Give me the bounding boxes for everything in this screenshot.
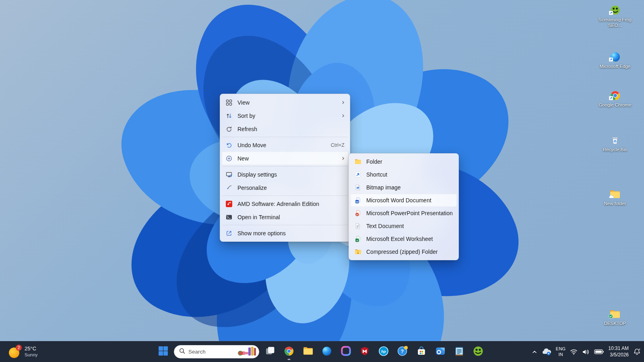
hp-icon: hp bbox=[378, 346, 389, 358]
copilot-taskbar-button[interactable] bbox=[338, 344, 354, 360]
personalize-icon bbox=[225, 184, 233, 191]
sort-icon bbox=[225, 112, 233, 119]
screaming-frog-taskbar-button[interactable] bbox=[470, 344, 486, 360]
volume-icon[interactable] bbox=[582, 349, 590, 355]
menu-item-new[interactable]: New › bbox=[222, 152, 348, 165]
start-button[interactable] bbox=[155, 344, 171, 360]
outlook-taskbar-button[interactable] bbox=[432, 344, 448, 360]
weather-widget[interactable]: 2 25°C Sunny bbox=[6, 341, 41, 362]
desktop-icon-label: New folder bbox=[604, 201, 626, 206]
edge-taskbar-button[interactable] bbox=[319, 344, 335, 360]
hp-taskbar-button[interactable]: hp bbox=[376, 344, 392, 360]
desktop-icon-desktop-folder[interactable]: DESKTOP bbox=[598, 309, 632, 326]
microsoft-store-icon bbox=[416, 346, 427, 358]
menu-item-personalize[interactable]: Personalize bbox=[222, 181, 348, 194]
onedrive-cloud-badge bbox=[609, 193, 614, 200]
screaming-frog-shortcut-icon bbox=[610, 5, 621, 16]
excel-icon: X bbox=[354, 235, 361, 243]
weather-condition: Sunny bbox=[25, 352, 38, 358]
folder-icon bbox=[354, 158, 361, 165]
menu-item-label: Sort by bbox=[237, 113, 339, 119]
refresh-icon bbox=[225, 125, 233, 133]
clock[interactable]: 10:31 AM 3/5/2026 bbox=[608, 346, 629, 358]
shortcut-hint: Ctrl+Z bbox=[331, 142, 345, 148]
submenu-item-label: Compressed (zipped) Folder bbox=[366, 249, 453, 255]
menu-item-show-more-options[interactable]: Show more options bbox=[222, 226, 348, 240]
file-explorer-button[interactable] bbox=[300, 344, 316, 360]
powerpoint-icon: P bbox=[354, 210, 361, 217]
menu-separator bbox=[222, 195, 348, 196]
submenu-item-text-document[interactable]: Text Document bbox=[351, 220, 457, 232]
search-icon bbox=[179, 348, 185, 356]
task-view-button[interactable] bbox=[262, 344, 278, 360]
undo-icon bbox=[225, 142, 233, 149]
shortcut-icon bbox=[354, 171, 361, 178]
desktop-icon-screaming-frog[interactable]: Screaming Frog SEO... bbox=[598, 5, 632, 29]
notification-bell-dnd-icon[interactable]: z bbox=[633, 348, 641, 356]
submenu-item-shortcut[interactable]: Shortcut bbox=[351, 168, 457, 181]
edge-shortcut-icon bbox=[610, 51, 621, 62]
notepad-icon bbox=[454, 346, 464, 358]
menu-item-label: Open in Terminal bbox=[237, 214, 345, 220]
word-icon: W bbox=[354, 197, 361, 204]
show-more-options-icon bbox=[225, 230, 233, 237]
chevron-right-icon: › bbox=[342, 112, 345, 119]
shortcut-arrow-badge bbox=[609, 56, 613, 63]
submenu-item-label: Folder bbox=[366, 158, 453, 165]
battery-icon[interactable] bbox=[594, 349, 604, 354]
microsoft-store-taskbar-button[interactable] bbox=[413, 344, 429, 360]
language-indicator[interactable]: ENG IN bbox=[556, 346, 566, 358]
menu-item-display-settings[interactable]: Display settings bbox=[222, 168, 348, 181]
outlook-icon bbox=[435, 346, 446, 358]
submenu-item-compressed-folder[interactable]: Compressed (zipped) Folder bbox=[351, 245, 457, 258]
windows-logo-icon bbox=[158, 346, 168, 358]
menu-separator bbox=[222, 225, 348, 225]
wifi-icon[interactable] bbox=[570, 349, 578, 355]
screaming-frog-icon bbox=[473, 346, 483, 358]
tray-time: 10:31 AM bbox=[608, 346, 629, 352]
desktop-icon-microsoft-edge[interactable]: Microsoft Edge bbox=[598, 51, 632, 69]
onedrive-tray-icon[interactable] bbox=[542, 348, 551, 356]
bitmap-image-icon bbox=[354, 184, 361, 191]
chrome-taskbar-button[interactable] bbox=[281, 344, 297, 360]
edge-icon bbox=[322, 346, 332, 358]
shortcut-arrow-badge bbox=[609, 9, 613, 16]
submenu-item-label: Microsoft Word Document bbox=[366, 197, 453, 204]
get-help-taskbar-button[interactable]: ? bbox=[394, 344, 411, 360]
tray-chevron-up-icon[interactable] bbox=[532, 349, 537, 355]
notepad-taskbar-button[interactable] bbox=[451, 344, 467, 360]
menu-item-view[interactable]: View › bbox=[222, 96, 348, 109]
desktop-icon-recycle-bin[interactable]: ♻ Recycle Bin bbox=[598, 135, 632, 152]
desktop-icon-google-chrome[interactable]: Google Chrome bbox=[598, 90, 632, 108]
menu-item-undo-move[interactable]: Undo Move Ctrl+Z bbox=[222, 138, 348, 152]
menu-item-open-in-terminal[interactable]: Open in Terminal bbox=[222, 210, 348, 224]
menu-item-label: Show more options bbox=[237, 230, 345, 237]
menu-item-label: Refresh bbox=[237, 126, 345, 132]
search-input[interactable]: Search bbox=[174, 345, 259, 358]
svg-text:♻: ♻ bbox=[613, 139, 617, 143]
menu-item-refresh[interactable]: Refresh bbox=[222, 122, 348, 136]
menu-item-amd-software[interactable]: AMD Software: Adrenalin Edition bbox=[222, 197, 348, 210]
region-code: IN bbox=[556, 352, 566, 358]
shortcut-arrow-badge bbox=[609, 95, 613, 102]
system-tray: ENG IN 10:31 AM 3/5/2026 z bbox=[532, 341, 641, 362]
svg-text:z: z bbox=[639, 348, 640, 350]
chrome-icon bbox=[284, 346, 294, 358]
submenu-item-excel-worksheet[interactable]: X Microsoft Excel Worksheet bbox=[351, 232, 457, 245]
view-icon bbox=[225, 99, 233, 106]
submenu-item-word-document[interactable]: W Microsoft Word Document bbox=[351, 194, 457, 207]
synced-folder-icon bbox=[609, 309, 621, 319]
copilot-icon bbox=[341, 346, 351, 358]
new-submenu: Folder Shortcut Bitmap image W Microsoft… bbox=[349, 153, 459, 260]
file-explorer-icon bbox=[303, 346, 314, 358]
submenu-item-powerpoint-presentation[interactable]: P Microsoft PowerPoint Presentation bbox=[351, 207, 457, 220]
svg-text:?: ? bbox=[400, 349, 403, 354]
desktop-icon-new-folder[interactable]: New folder bbox=[598, 189, 632, 206]
onedrive-folder-icon bbox=[609, 189, 621, 200]
menu-item-sort-by[interactable]: Sort by › bbox=[222, 109, 348, 122]
mcafee-taskbar-button[interactable] bbox=[357, 344, 373, 360]
search-placeholder: Search bbox=[188, 349, 235, 355]
svg-text:P: P bbox=[356, 213, 358, 216]
submenu-item-bitmap-image[interactable]: Bitmap image bbox=[351, 181, 457, 194]
submenu-item-folder[interactable]: Folder bbox=[351, 155, 457, 168]
